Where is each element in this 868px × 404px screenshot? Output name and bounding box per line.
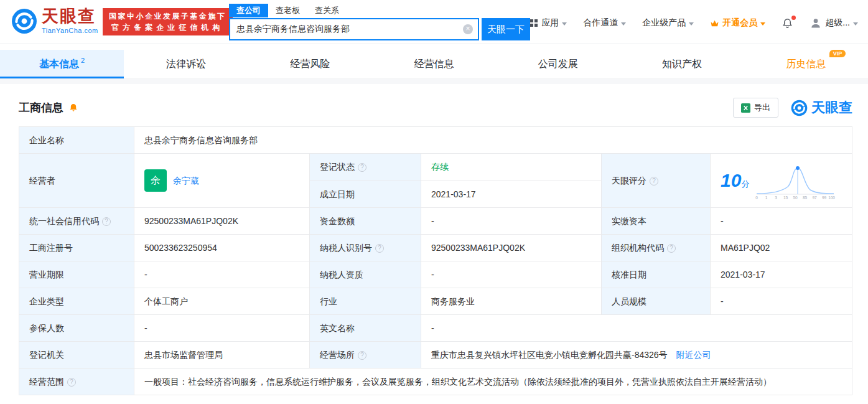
search-input[interactable] — [229, 18, 479, 40]
watermark-logo[interactable]: 天眼查 — [791, 98, 852, 117]
help-icon[interactable]: ? — [102, 217, 111, 226]
chevron-down-icon — [689, 22, 694, 26]
business-info-table: 企业名称 忠县余宁商务信息咨询服务部 经营者 余 余宁葳 登记状态? — [19, 126, 852, 395]
help-icon[interactable]: ? — [358, 163, 366, 172]
table-row: 统一社会信用代码? 92500233MA61PJQ02K 资金数额 - 实缴资本… — [19, 208, 852, 235]
svg-text:0: 0 — [756, 195, 758, 200]
nav-membership-label: 开通会员 — [722, 17, 757, 29]
nav-membership[interactable]: 开通会员 — [710, 17, 765, 29]
taxpayer-id-value: 92500233MA61PJQ02K — [421, 235, 602, 261]
org-code-value: MA61PJQ02 — [711, 235, 852, 261]
table-row: 经营范围? 一般项目：社会经济咨询服务，信息系统运行维护服务，会议及展览服务，组… — [19, 369, 852, 395]
chevron-down-icon — [853, 22, 858, 26]
chevron-down-icon — [562, 22, 567, 26]
insured-value: - — [134, 315, 310, 342]
authority-label: 登记机关 — [19, 342, 134, 369]
vip-badge: VIP — [829, 50, 846, 57]
est-date-value: 2021-03-17 — [421, 181, 602, 208]
help-icon[interactable]: ? — [375, 244, 384, 253]
watermark-logo-icon — [791, 100, 808, 116]
help-icon[interactable]: ? — [650, 177, 658, 186]
staff-size-value: - — [711, 288, 852, 315]
table-row: 工商注册号 500233623250954 纳税人识别号? 92500233MA… — [19, 235, 852, 261]
svg-text:1: 1 — [765, 195, 768, 200]
notification-dot — [791, 16, 796, 20]
business-scope-value: 一般项目：社会经济咨询服务，信息系统运行维护服务，会议及展览服务，组织文化艺术交… — [134, 369, 852, 395]
taxpayer-id-label: 纳税人识别号? — [310, 235, 421, 261]
score-value-cell: 10分 0 1 3 15 50 85 — [711, 154, 852, 208]
score-label: 天眼评分? — [602, 154, 711, 208]
tab-basic-info[interactable]: 基本信息 2 — [0, 50, 124, 78]
reg-no-label: 工商注册号 — [19, 235, 134, 261]
table-row: 营业期限 - 纳税人资质 - 核准日期 2021-03-17 — [19, 261, 852, 288]
svg-text:50: 50 — [793, 195, 798, 200]
paid-capital-value: - — [711, 208, 852, 235]
company-name-label: 企业名称 — [19, 127, 134, 154]
tab-history-info[interactable]: 历史信息 VIP — [744, 50, 868, 78]
section-header: 工商信息 导出 天眼查 — [19, 98, 852, 118]
clear-icon[interactable]: × — [463, 24, 473, 34]
section-title: 工商信息 — [19, 100, 63, 115]
tab-company-development[interactable]: 公司发展 — [496, 50, 620, 78]
search-tab-boss[interactable]: 查老板 — [268, 4, 307, 17]
svg-text:99: 99 — [822, 195, 827, 200]
user-avatar-icon — [810, 17, 822, 29]
bell-icon[interactable] — [782, 17, 793, 29]
table-row: 企业类型 个体工商户 行业 商务服务业 人员规模 - — [19, 288, 852, 315]
tab-intellectual-property[interactable]: 知识产权 — [620, 50, 744, 78]
capital-value: - — [421, 208, 602, 235]
tab-operating-risk[interactable]: 经营风险 — [248, 50, 372, 78]
term-value: - — [134, 261, 310, 288]
svg-text:3: 3 — [775, 195, 778, 200]
search-input-wrap: × — [229, 18, 479, 40]
table-row: 经营者 余 余宁葳 登记状态? 存续 天眼评分? — [19, 154, 852, 181]
operator-label: 经营者 — [19, 154, 134, 208]
taxpayer-qual-value: - — [421, 261, 602, 288]
business-scope-label: 经营范围? — [19, 369, 134, 395]
tab-label: 经营风险 — [290, 58, 330, 71]
org-code-label: 组织机构代码? — [602, 235, 711, 261]
search-button[interactable]: 天眼一下 — [482, 18, 530, 40]
header: 天眼查 TianYanCha.com 国家中小企业发展子基金旗下 官方备案企业征… — [0, 0, 868, 44]
nav-cooperation[interactable]: 合作通道 — [583, 17, 626, 29]
nearby-companies-link[interactable]: 附近公司 — [676, 350, 711, 360]
table-row: 登记机关 忠县市场监督管理局 经营场所? 重庆市忠县复兴镇水坪社区电竞小镇电竞孵… — [19, 342, 852, 369]
staff-size-label: 人员规模 — [602, 288, 711, 315]
help-icon[interactable]: ? — [667, 244, 676, 253]
help-icon[interactable]: ? — [358, 351, 366, 360]
search-tab-relation[interactable]: 查关系 — [307, 4, 347, 17]
main-content: 工商信息 导出 天眼查 — [0, 98, 868, 395]
svg-text:97: 97 — [813, 195, 818, 200]
export-button[interactable]: 导出 — [733, 98, 778, 118]
subscribe-bell-icon[interactable] — [68, 103, 78, 113]
nav-enterprise-products[interactable]: 企业级产品 — [642, 17, 694, 29]
est-date-label: 成立日期 — [310, 181, 421, 208]
nav-enterprise-products-label: 企业级产品 — [642, 17, 686, 29]
tab-legal-proceedings[interactable]: 法律诉讼 — [124, 50, 248, 78]
company-type-label: 企业类型 — [19, 288, 134, 315]
svg-text:15: 15 — [783, 195, 788, 200]
tab-label: 知识产权 — [662, 58, 702, 71]
nav-apps-label: 应用 — [541, 17, 559, 29]
company-type-value: 个体工商户 — [134, 288, 310, 315]
svg-text:85: 85 — [803, 195, 808, 200]
status-badge: 存续 — [431, 162, 449, 172]
address-value: 重庆市忠县复兴镇水坪社区电竞小镇电竞孵化园共赢-84326号 附近公司 — [421, 342, 852, 369]
industry-value: 商务服务业 — [421, 288, 602, 315]
logo-cn: 天眼查 — [42, 8, 98, 25]
search-tab-company[interactable]: 查公司 — [229, 4, 268, 17]
en-name-value: - — [421, 315, 852, 342]
company-name-value: 忠县余宁商务信息咨询服务部 — [134, 127, 852, 154]
tianyancha-logo[interactable]: 天眼查 TianYanCha.com — [11, 8, 98, 34]
operator-avatar[interactable]: 余 — [144, 169, 167, 192]
operator-name-link[interactable]: 余宁葳 — [173, 174, 199, 187]
tianyancha-logo-icon — [11, 8, 37, 34]
credit-code-value: 92500233MA61PJQ02K — [134, 208, 310, 235]
nav-apps[interactable]: 应用 — [530, 17, 567, 29]
insured-label: 参保人数 — [19, 315, 134, 342]
tab-operating-info[interactable]: 经营信息 — [372, 50, 496, 78]
approve-date-label: 核准日期 — [602, 261, 711, 288]
tab-label: 基本信息 — [39, 58, 79, 71]
help-icon[interactable]: ? — [67, 378, 76, 387]
user-menu[interactable]: 超级... — [810, 17, 858, 29]
